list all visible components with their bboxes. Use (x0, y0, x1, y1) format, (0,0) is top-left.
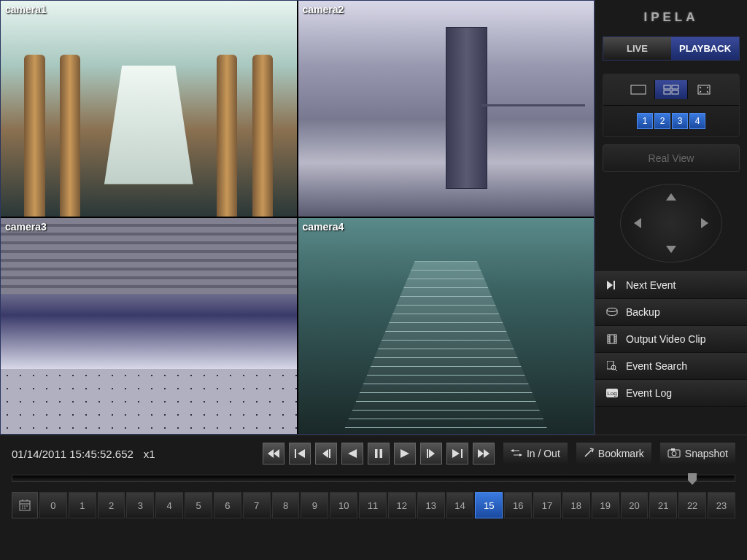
next-event-button[interactable]: Next Event (595, 272, 747, 299)
hour-11[interactable]: 11 (359, 492, 387, 518)
tab-live[interactable]: LIVE (603, 37, 671, 60)
svg-rect-2 (672, 85, 678, 89)
timeline-marker[interactable] (688, 473, 697, 485)
camera-tile-3[interactable]: camera3 (1, 218, 297, 434)
hour-16[interactable]: 16 (504, 492, 532, 518)
ptz-down-button[interactable] (666, 246, 676, 253)
svg-text:Log: Log (607, 390, 616, 397)
svg-rect-16 (379, 449, 382, 458)
event-search-label: Event Search (626, 360, 687, 372)
hour-19[interactable]: 19 (592, 492, 619, 518)
camera-label-4: camera4 (303, 221, 344, 233)
snapshot-label: Snapshot (685, 448, 728, 459)
hour-6[interactable]: 6 (214, 492, 241, 518)
hour-17[interactable]: 17 (533, 492, 561, 518)
in-out-button[interactable]: In / Out (503, 443, 568, 464)
layout-quad-button[interactable] (655, 80, 688, 99)
camera-select-4[interactable]: 4 (689, 113, 705, 129)
calendar-button[interactable] (12, 492, 38, 518)
camera-tile-4[interactable]: camera4 (298, 218, 595, 434)
camera-label-1: camera1 (5, 4, 47, 15)
svg-rect-17 (427, 449, 428, 458)
prev-button[interactable] (289, 443, 311, 464)
hour-2[interactable]: 2 (98, 492, 125, 518)
svg-rect-3 (664, 90, 670, 94)
hour-3[interactable]: 3 (126, 492, 154, 518)
hour-14[interactable]: 14 (446, 492, 474, 518)
camera-select-1[interactable]: 1 (637, 113, 653, 129)
hour-5[interactable]: 5 (185, 492, 212, 518)
in-out-label: In / Out (527, 448, 560, 459)
brand-logo: IPELA (595, 0, 747, 32)
next-button[interactable] (446, 443, 468, 464)
fast-forward-button[interactable] (473, 443, 495, 464)
hour-8[interactable]: 8 (272, 492, 300, 518)
svg-rect-14 (329, 449, 330, 458)
hour-15[interactable]: 15 (475, 492, 503, 518)
ptz-control (620, 184, 722, 262)
inout-icon (511, 448, 522, 460)
sidebar: IPELA LIVE PLAYBACK 1 2 3 4 Real View (595, 0, 747, 435)
next-event-icon (605, 280, 619, 290)
playback-timestamp: 01/14/2011 15:45:52.652 (12, 448, 133, 460)
hour-22[interactable]: 22 (678, 492, 706, 518)
hour-7[interactable]: 7 (243, 492, 271, 518)
hour-1[interactable]: 1 (69, 492, 96, 518)
backup-button[interactable]: Backup (595, 299, 747, 326)
camera-label-3: camera3 (5, 221, 47, 233)
event-log-label: Event Log (626, 387, 672, 399)
camera-tile-1[interactable]: camera1 (1, 1, 297, 217)
event-search-button[interactable]: Event Search (595, 353, 747, 380)
hour-21[interactable]: 21 (649, 492, 677, 518)
layout-fullscreen-button[interactable] (688, 80, 721, 99)
bookmark-button[interactable]: Bookmark (576, 443, 651, 464)
hour-10[interactable]: 10 (330, 492, 357, 518)
svg-rect-0 (631, 85, 646, 94)
step-back-button[interactable] (315, 443, 337, 464)
snapshot-button[interactable]: Snapshot (660, 443, 735, 464)
hour-18[interactable]: 18 (562, 492, 590, 518)
hour-20[interactable]: 20 (621, 492, 649, 518)
step-forward-button[interactable] (420, 443, 442, 464)
camera-number-row: 1 2 3 4 (603, 106, 739, 136)
real-view-button[interactable]: Real View (603, 144, 740, 172)
playback-speed: x1 (144, 448, 155, 460)
mode-tabs: LIVE PLAYBACK (603, 36, 740, 61)
svg-rect-4 (672, 90, 678, 94)
layout-controls: 1 2 3 4 (603, 74, 740, 137)
hour-23[interactable]: 23 (708, 492, 735, 518)
camera-select-3[interactable]: 3 (672, 113, 688, 129)
camera-select-2[interactable]: 2 (654, 113, 670, 129)
tab-playback[interactable]: PLAYBACK (671, 37, 739, 60)
transport-controls: 01/14/2011 15:45:52.652 x1 In / Out Book… (0, 435, 747, 470)
layout-single-button[interactable] (622, 80, 655, 99)
hour-13[interactable]: 13 (417, 492, 445, 518)
ptz-up-button[interactable] (666, 193, 676, 201)
svg-rect-1 (664, 85, 670, 89)
hour-0[interactable]: 0 (39, 492, 67, 518)
camera-icon (667, 448, 681, 460)
output-clip-button[interactable]: Output Video Clip (595, 326, 747, 353)
bookmark-icon (584, 448, 594, 460)
bookmark-label: Bookmark (598, 448, 644, 459)
play-button[interactable] (394, 443, 416, 464)
svg-rect-9 (607, 361, 614, 369)
svg-rect-13 (295, 449, 296, 458)
ptz-right-button[interactable] (701, 218, 708, 228)
backup-icon (605, 307, 619, 317)
fast-rewind-button[interactable] (263, 443, 285, 464)
film-icon (605, 334, 619, 344)
event-log-button[interactable]: Log Event Log (595, 380, 747, 407)
play-reverse-button[interactable] (341, 443, 363, 464)
svg-point-7 (607, 308, 617, 312)
camera-tile-2[interactable]: camera2 (298, 1, 595, 217)
backup-label: Backup (626, 306, 660, 318)
timeline-track[interactable] (12, 475, 735, 482)
log-icon: Log (605, 388, 619, 398)
hour-12[interactable]: 12 (388, 492, 416, 518)
hour-9[interactable]: 9 (301, 492, 328, 518)
camera-label-2: camera2 (303, 4, 344, 15)
pause-button[interactable] (368, 443, 390, 464)
ptz-left-button[interactable] (634, 218, 641, 228)
hour-4[interactable]: 4 (155, 492, 183, 518)
